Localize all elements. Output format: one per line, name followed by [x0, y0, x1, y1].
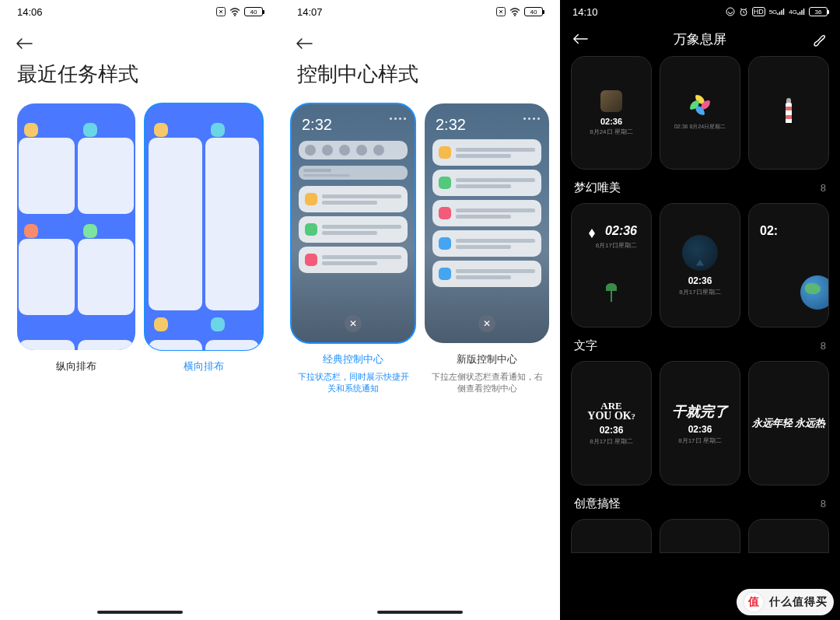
watermark: 值 什么值得买 — [737, 589, 834, 615]
battery-icon: 40 — [244, 7, 263, 16]
dnd-icon — [726, 7, 735, 16]
option-desc: 下拉状态栏，同时展示快捷开关和系统通知 — [291, 371, 415, 395]
home-indicator[interactable] — [377, 611, 463, 614]
aod-card[interactable]: 02:36 8月17日星期二 — [660, 203, 740, 328]
aod-card[interactable] — [748, 56, 829, 170]
preview-classic: 2:32 ✕ — [291, 103, 415, 343]
svg-point-4 — [726, 8, 734, 16]
plant-icon — [606, 277, 617, 302]
option-label: 经典控制中心 — [323, 352, 383, 366]
aod-card[interactable] — [748, 519, 829, 553]
arrow-left-icon — [296, 37, 313, 50]
status-bar: 14:10 HD 5G 4G 36 — [560, 0, 840, 23]
page-title: 最近任务样式 — [0, 50, 280, 103]
header: 万象息屏 — [560, 23, 840, 51]
globe-icon — [800, 275, 829, 310]
status-bar: 14:06 40 — [0, 0, 280, 23]
section-header[interactable]: 梦幻唯美 8 — [574, 180, 826, 195]
option-horizontal-layout[interactable]: 横向排布 — [145, 103, 263, 373]
home-indicator[interactable] — [97, 611, 183, 614]
preview-horizontal — [145, 103, 263, 350]
page-title: 万象息屏 — [674, 30, 726, 48]
battery-icon: 36 — [809, 7, 828, 16]
status-time: 14:10 — [572, 6, 598, 18]
close-icon: ✕ — [478, 315, 495, 332]
aod-card[interactable]: 02:36 8月17日星期二 — [571, 203, 652, 328]
close-x-icon — [496, 7, 506, 16]
panel-recent-tasks: 14:06 40 最近任务样式 纵向排布 — [0, 0, 280, 620]
preview-new: 2:32 ✕ — [425, 103, 549, 343]
section-header[interactable]: 文字 8 — [574, 338, 826, 353]
aod-card[interactable]: ARE YOU OK? 02:36 8月17日 星期二 — [571, 361, 652, 485]
moon-icon — [682, 235, 718, 271]
status-time: 14:07 — [297, 6, 323, 18]
signal-5g-icon: 5G — [769, 8, 786, 16]
option-label: 纵向排布 — [56, 359, 96, 373]
page-title: 控制中心样式 — [280, 50, 560, 103]
back-button[interactable] — [280, 23, 560, 50]
close-icon: ✕ — [345, 315, 362, 332]
option-classic-cc[interactable]: 2:32 ✕ 经典控制中心 下拉状态栏，同时展示快捷开关和系统通知 — [291, 103, 415, 394]
wifi-icon — [509, 8, 520, 16]
pinwheel-icon — [690, 95, 710, 115]
back-button[interactable] — [0, 23, 280, 50]
hd-icon: HD — [752, 7, 765, 16]
status-bar: 14:07 40 — [280, 0, 560, 23]
close-x-icon — [216, 7, 226, 16]
aod-card[interactable]: 02:36 8月24日 星期二 — [571, 56, 652, 170]
section-header[interactable]: 创意搞怪 8 — [574, 496, 826, 511]
signal-4g-icon: 4G — [789, 8, 805, 16]
aod-card[interactable]: 干就完了 02:36 8月17日 星期二 — [660, 361, 740, 485]
watermark-badge-icon: 值 — [743, 591, 765, 613]
option-desc: 下拉左侧状态栏查看通知，右侧查看控制中心 — [425, 371, 549, 395]
arrow-left-icon — [16, 37, 33, 50]
back-button[interactable] — [572, 33, 588, 45]
aod-scroll[interactable]: 02:36 8月24日 星期二 02:36 8月24日星期二 梦幻唯美 8 02… — [560, 56, 840, 620]
alarm-icon — [739, 7, 748, 16]
preview-vertical — [17, 103, 135, 350]
aod-card[interactable]: 02: — [748, 203, 829, 328]
svg-point-1 — [234, 15, 236, 16]
option-vertical-layout[interactable]: 纵向排布 — [17, 103, 135, 373]
aod-card[interactable]: 永远年轻 永远热 — [748, 361, 829, 485]
aod-card[interactable] — [660, 519, 740, 553]
panel-aod: 14:10 HD 5G 4G 36 万象息屏 02:36 8月24日 星期二 0… — [560, 0, 840, 620]
option-label: 新版控制中心 — [457, 352, 517, 366]
status-time: 14:06 — [17, 6, 43, 18]
aod-card[interactable]: 02:36 8月24日星期二 — [660, 56, 740, 170]
battery-icon: 40 — [524, 7, 543, 16]
svg-point-3 — [514, 15, 516, 16]
brush-icon[interactable] — [812, 31, 828, 47]
option-label: 横向排布 — [184, 359, 224, 373]
wifi-icon — [229, 8, 240, 16]
lighthouse-icon — [786, 103, 792, 123]
kite-icon — [589, 229, 595, 238]
panel-control-center: 14:07 40 控制中心样式 2:32 ✕ 经典控制中心 下拉状态栏，同时展示… — [280, 0, 560, 620]
option-new-cc[interactable]: 2:32 ✕ 新版控制中心 下拉左侧状态栏查看通知，右侧查看控制中心 — [425, 103, 549, 394]
aod-card[interactable] — [571, 519, 652, 553]
